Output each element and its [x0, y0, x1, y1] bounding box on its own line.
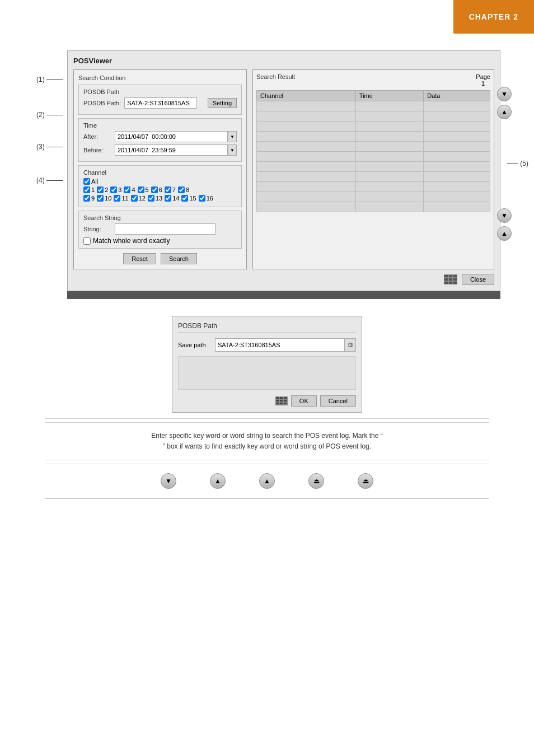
close-button[interactable]: Close [462, 274, 494, 285]
svg-marker-9 [349, 343, 352, 347]
channel-title: Channel [83, 169, 237, 176]
match-whole-word-checkbox[interactable] [83, 237, 91, 245]
posdb-content-area [178, 356, 356, 390]
posdb-cancel-button[interactable]: Cancel [320, 395, 356, 407]
save-path-input[interactable] [216, 339, 344, 351]
col-channel: Channel [257, 91, 356, 101]
search-button[interactable]: Search [161, 253, 197, 264]
channel-3-cb[interactable] [110, 186, 117, 193]
svg-rect-4 [449, 278, 452, 281]
posdb-popup-title: POSDB Path [178, 322, 356, 333]
posdb-popup: POSDB Path Save path [172, 316, 362, 413]
channel-all-checkbox[interactable] [83, 178, 90, 185]
save-path-label: Save path [178, 342, 212, 348]
icon-eject-2[interactable]: ⏏ [358, 473, 373, 489]
icon-down-1[interactable]: ▼ [161, 473, 176, 489]
svg-rect-15 [280, 400, 283, 402]
page-label: Page [476, 73, 490, 80]
svg-rect-0 [444, 275, 448, 277]
time-section: Time After: ▼ Before: [78, 118, 242, 162]
channel-3-item: 3 [110, 186, 121, 193]
channel-14-cb[interactable] [165, 195, 171, 202]
search-string-section: Search String String: Match whole word e… [78, 211, 242, 249]
channel-16-cb[interactable] [199, 195, 205, 202]
svg-rect-2 [453, 275, 457, 277]
svg-rect-5 [453, 278, 457, 281]
table-row [257, 192, 490, 202]
result-table: Channel Time Data [256, 90, 490, 212]
channel-11-cb[interactable] [114, 195, 120, 202]
scroll-down-btn[interactable]: ▼ [497, 87, 512, 101]
after-input[interactable] [115, 131, 228, 142]
reset-button[interactable]: Reset [123, 253, 156, 264]
time-title: Time [83, 122, 237, 129]
save-path-input-wrapper [215, 338, 356, 352]
svg-rect-11 [276, 397, 279, 399]
channel-6-cb[interactable] [151, 186, 158, 193]
table-row [257, 162, 490, 172]
channel-14-item: 14 [165, 195, 179, 202]
grid-icon[interactable] [444, 274, 457, 284]
info-text: Enter specific key word or word string t… [45, 426, 489, 456]
after-arrow[interactable]: ▼ [228, 131, 237, 142]
channel-8-cb[interactable] [178, 186, 185, 193]
channel-12-cb[interactable] [131, 195, 138, 202]
table-row [257, 202, 490, 212]
channel-2-cb[interactable] [97, 186, 104, 193]
channel-13-cb[interactable] [148, 195, 154, 202]
icon-up-2[interactable]: ▲ [259, 473, 275, 489]
save-path-arrow[interactable] [344, 339, 355, 351]
channel-12-item: 12 [131, 195, 146, 202]
table-row [257, 101, 490, 111]
svg-rect-19 [284, 403, 287, 404]
posdb-ok-button[interactable]: OK [291, 395, 317, 407]
table-row [257, 182, 490, 192]
marker-5: (5) [507, 160, 528, 167]
string-input[interactable] [115, 223, 216, 235]
channel-13-item: 13 [148, 195, 162, 202]
icons-section: ▼ ▲ ▲ ⏏ ⏏ [45, 464, 489, 498]
svg-rect-16 [284, 400, 287, 402]
setting-button[interactable]: Setting [208, 98, 237, 108]
channel-4-item: 4 [124, 186, 135, 193]
before-input[interactable] [115, 144, 228, 156]
channel-1-cb[interactable] [83, 186, 90, 193]
channel-10-cb[interactable] [97, 195, 104, 202]
channel-10-item: 10 [97, 195, 111, 202]
channel-15-item: 15 [181, 195, 196, 202]
page-up-btn[interactable]: ▲ [497, 226, 512, 241]
table-row [257, 111, 490, 122]
channel-section: Channel All 1 2 3 4 5 [78, 165, 242, 207]
channel-4-cb[interactable] [124, 186, 130, 193]
posdb-path-input[interactable] [124, 97, 197, 109]
posviewer-title: POSViewer [73, 57, 494, 65]
svg-rect-6 [444, 282, 448, 284]
icon-up-1[interactable]: ▲ [210, 473, 226, 489]
svg-rect-12 [280, 397, 283, 399]
scroll-up-btn[interactable]: ▲ [497, 105, 512, 119]
channel-all-item: All [83, 178, 98, 185]
table-row [257, 142, 490, 152]
divider-2 [45, 422, 489, 423]
string-label: String: [83, 226, 111, 232]
posdb-grid-icon[interactable] [275, 396, 288, 405]
channel-9-cb[interactable] [83, 195, 90, 202]
channel-7-cb[interactable] [165, 186, 171, 193]
svg-rect-13 [284, 397, 287, 399]
marker-3: (3) [36, 143, 63, 151]
marker-1: (1) [36, 76, 63, 83]
channel-8-item: 8 [178, 186, 189, 193]
search-condition-panel: Search Condition POSDB Path POSDB Path: … [73, 69, 247, 269]
channel-1-item: 1 [83, 186, 95, 193]
icon-eject-1[interactable]: ⏏ [308, 473, 324, 489]
channel-15-cb[interactable] [181, 195, 188, 202]
channel-5-item: 5 [138, 186, 149, 193]
before-arrow[interactable]: ▼ [228, 144, 237, 156]
search-string-title: Search String [83, 214, 237, 221]
posviewer-window: POSViewer Search Condition POSDB Path PO… [67, 50, 500, 291]
col-time: Time [355, 91, 423, 101]
channel-6-item: 6 [151, 186, 162, 193]
channel-5-cb[interactable] [138, 186, 144, 193]
page-down-btn[interactable]: ▼ [497, 208, 512, 223]
posdb-path-title: POSDB Path [83, 88, 237, 95]
